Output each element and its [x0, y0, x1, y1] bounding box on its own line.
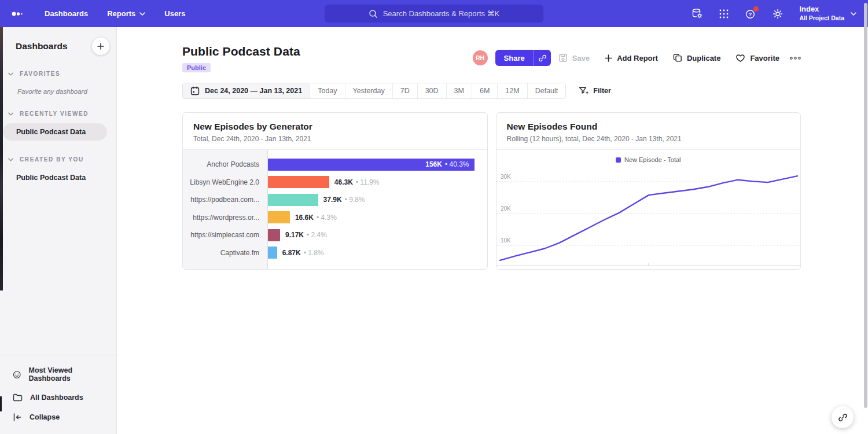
x-tick: JAN 13 — [772, 269, 793, 270]
bar-value-label: 46.3K — [334, 178, 353, 186]
date-preset-button[interactable]: Yesterday — [345, 83, 392, 98]
x-tick: DEC 24 — [503, 269, 525, 270]
filter-button[interactable]: Filter — [579, 86, 611, 95]
date-preset-button[interactable]: 6M — [472, 83, 497, 98]
sidebar-section-recently-viewed[interactable]: RECENTLY VIEWED — [0, 111, 116, 117]
bar-chart-row: 9.17K• 2.4% — [268, 226, 475, 244]
app-logo-icon[interactable] — [12, 11, 25, 17]
bar-category-label: Anchor Podcasts — [183, 156, 267, 174]
date-preset-button[interactable]: 12M — [497, 83, 527, 98]
x-tick: JAN 03 — [638, 269, 659, 270]
bar-chart-row: 156K• 40.3% — [268, 156, 475, 174]
main-content: Public Podcast Data Public RH Share Save — [117, 27, 868, 434]
date-preset-button[interactable]: 7D — [392, 83, 417, 98]
share-button[interactable]: Share — [495, 50, 534, 66]
favorites-empty-hint: Favorite any dashboard — [17, 88, 116, 95]
sidebar: Dashboards FAVORITES Favorite any dashbo… — [0, 27, 117, 434]
data-sources-icon[interactable] — [692, 8, 703, 19]
add-dashboard-button[interactable] — [92, 38, 109, 55]
date-preset-button[interactable]: Default — [527, 83, 566, 98]
nav-item-reports[interactable]: Reports — [107, 9, 145, 18]
all-dashboards-button[interactable]: All Dashboards — [0, 388, 116, 407]
search-input[interactable]: Search Dashboards & Reports ⌘K — [325, 5, 543, 23]
sidebar-item-public-podcast-data[interactable]: Public Podcast Data — [3, 169, 107, 186]
duplicate-icon — [673, 53, 682, 62]
bar-chart-row: 37.9K• 9.8% — [268, 191, 475, 209]
section-label: RECENTLY VIEWED — [20, 111, 89, 117]
bar-value-label: 6.87K — [282, 249, 301, 257]
legend-label: New Episode - Total — [624, 156, 681, 163]
date-preset-button[interactable]: Today — [310, 83, 344, 98]
floating-link-button[interactable] — [832, 406, 854, 428]
help-icon[interactable]: ? — [745, 8, 756, 20]
save-button[interactable]: Save — [558, 53, 590, 62]
add-report-label: Add Report — [617, 54, 658, 62]
legend-swatch — [616, 157, 621, 163]
bar[interactable]: 156K• 40.3% — [268, 159, 475, 171]
sidebar-section-created-by-you[interactable]: CREATED BY YOU — [0, 156, 116, 163]
project-name: Index — [799, 5, 844, 14]
notification-badge — [753, 6, 759, 12]
chevron-down-icon — [8, 158, 13, 161]
line-chart[interactable]: New Episode - Total 10K20K30K DEC 24 JAN… — [496, 150, 801, 270]
date-preset-button[interactable]: 3M — [446, 83, 472, 98]
add-report-button[interactable]: Add Report — [605, 54, 658, 62]
nav-item-users[interactable]: Users — [164, 9, 185, 18]
bar-chart-row: 6.87K• 1.8% — [268, 244, 475, 262]
plus-icon — [605, 54, 612, 62]
more-actions-button[interactable] — [790, 57, 801, 60]
chart-subtitle: Total, Dec 24th, 2020 - Jan 13th, 2021 — [193, 135, 477, 143]
favorite-button[interactable]: Favorite — [735, 53, 779, 62]
background-window-strip — [0, 27, 3, 290]
filter-funnel-icon — [579, 86, 589, 95]
save-label: Save — [572, 54, 590, 62]
section-label: CREATED BY YOU — [20, 156, 84, 163]
collapse-icon — [13, 413, 22, 422]
footer-label: All Dashboards — [30, 393, 83, 402]
x-axis-labels: DEC 24 JAN 03 JAN 13 — [496, 266, 801, 270]
bar[interactable] — [268, 211, 290, 223]
svg-text:10K: 10K — [501, 237, 511, 244]
apps-grid-icon[interactable] — [719, 9, 729, 19]
date-range-toolbar: Dec 24, 2020 — Jan 13, 2021 TodayYesterd… — [182, 83, 566, 99]
share-link-button[interactable] — [534, 50, 551, 66]
line-chart-svg[interactable]: 10K20K30K — [496, 168, 801, 266]
project-selector[interactable]: Index All Project Data — [799, 5, 856, 23]
bar-chart[interactable]: Anchor PodcastsLibsyn WebEngine 2.0https… — [183, 150, 487, 270]
filter-label: Filter — [593, 87, 611, 95]
bar[interactable] — [268, 176, 329, 188]
chart-subtitle: Rolling (12 hours), total, Dec 24th, 202… — [507, 135, 790, 143]
bar[interactable] — [268, 247, 277, 259]
project-subtitle: All Project Data — [799, 14, 844, 23]
bar-percent-label: • 40.3% — [445, 160, 469, 168]
bar-value-label: 156K — [425, 160, 442, 168]
bar[interactable] — [268, 229, 280, 241]
save-icon — [558, 53, 568, 62]
nav-item-dashboards[interactable]: Dashboards — [45, 9, 88, 18]
search-icon — [369, 9, 378, 19]
vertical-scrollbar[interactable] — [864, 3, 867, 408]
collapse-sidebar-button[interactable]: Collapse — [0, 407, 116, 427]
search-placeholder: Search Dashboards & Reports ⌘K — [383, 9, 500, 18]
sidebar-section-favorites[interactable]: FAVORITES — [0, 71, 116, 77]
date-range-button[interactable]: Dec 24, 2020 — Jan 13, 2021 — [183, 83, 310, 98]
chart-legend: New Episode - Total — [496, 154, 801, 168]
chevron-down-icon — [851, 12, 856, 16]
bar-category-label: Libsyn WebEngine 2.0 — [183, 174, 267, 192]
link-icon — [838, 413, 848, 422]
bar-percent-label: • 2.4% — [307, 231, 327, 239]
date-preset-button[interactable]: 30D — [417, 83, 446, 98]
svg-text:?: ? — [749, 11, 752, 17]
avatar[interactable]: RH — [473, 50, 488, 65]
smiley-icon — [13, 370, 21, 380]
calendar-icon — [190, 86, 200, 95]
date-presets: TodayYesterday7D30D3M6M12MDefault — [310, 83, 565, 98]
nav-label: Users — [164, 9, 185, 18]
bar-chart-labels: Anchor PodcastsLibsyn WebEngine 2.0https… — [183, 150, 268, 270]
sidebar-item-public-podcast-data[interactable]: Public Podcast Data — [3, 123, 107, 141]
most-viewed-dashboards-button[interactable]: Most Viewed Dashboards — [0, 361, 116, 388]
settings-gear-icon[interactable] — [772, 8, 784, 20]
bar[interactable] — [268, 194, 318, 206]
top-navbar: Dashboards Reports Users Search Dashboar… — [0, 0, 868, 27]
duplicate-button[interactable]: Duplicate — [673, 53, 721, 62]
